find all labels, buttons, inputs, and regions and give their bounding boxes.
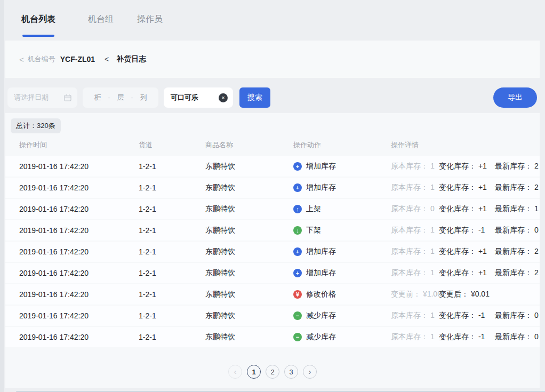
filter-bar: 请选择日期 柜 - 层 - 列 可口可乐 × 搜索 导出: [7, 87, 537, 108]
cell-lane: 1-2-1: [139, 290, 205, 299]
breadcrumb-machine-label: 机台编号: [28, 54, 55, 64]
tab-machine-list[interactable]: 机台列表: [21, 14, 55, 39]
lane-input[interactable]: 柜 - 层 - 列: [83, 87, 158, 108]
detail-item: 原本库存： 1: [391, 226, 439, 235]
cell-details: 原本库存： 1变化库存： -1最新库存： 0: [391, 226, 540, 235]
detail-item: 原本库存： 0: [391, 204, 439, 214]
tab-label: 机台列表: [21, 14, 55, 23]
yen-circle-icon: ¥: [293, 290, 302, 299]
cell-product: 东鹏特饮: [205, 311, 293, 321]
lane-column-placeholder: 列: [140, 93, 147, 102]
date-placeholder: 请选择日期: [14, 93, 49, 102]
detail-item: 原本库存： 1: [391, 311, 439, 321]
cell-action-label: 下架: [306, 226, 321, 235]
arrow-down-circle-icon: ↓: [293, 226, 302, 235]
cell-time: 2019-01-16 17:42:20: [19, 183, 139, 192]
detail-item: 最新库存： 2: [495, 268, 540, 278]
pagination-page-1[interactable]: 1: [247, 365, 261, 379]
cell-lane: 1-2-1: [139, 226, 205, 235]
lane-layer-placeholder: 层: [117, 93, 124, 102]
table-row: 2019-01-16 17:42:20 1-2-1 东鹏特饮 + 增加库存 原本…: [5, 242, 540, 262]
detail-item: 最新库存： 1: [495, 204, 540, 214]
table-row: 2019-01-16 17:42:20 1-2-1 东鹏特饮 + 增加库存 原本…: [5, 156, 540, 177]
cell-product: 东鹏特饮: [205, 226, 293, 235]
detail-item: 变化库存： -1: [439, 226, 495, 235]
page: { "colors": { "blue": "#3A6BE0", "green"…: [0, 0, 545, 392]
cell-product: 东鹏特饮: [205, 183, 293, 193]
cell-time: 2019-01-16 17:42:20: [19, 333, 139, 341]
table-row: 2019-01-16 17:42:20 1-2-1 东鹏特饮 − 减少库存 原本…: [5, 306, 540, 326]
detail-item: 最新库存： 2: [495, 247, 540, 257]
pagination-page-2[interactable]: 2: [266, 365, 279, 379]
tab-bar: 机台列表 机台组 操作员: [0, 0, 545, 41]
cell-action: − 减少库存: [293, 311, 391, 321]
cell-action: − 减少库存: [293, 332, 391, 342]
pagination-page-3[interactable]: 3: [284, 365, 298, 379]
cell-product: 东鹏特饮: [205, 204, 293, 214]
header-details: 操作详情: [391, 140, 540, 150]
arrow-up-circle-icon: ↑: [293, 205, 302, 213]
back-chevron-icon[interactable]: <: [19, 55, 24, 64]
search-button[interactable]: 搜索: [239, 87, 270, 108]
cell-action: ↑ 上架: [293, 204, 391, 214]
cell-lane: 1-2-1: [139, 205, 205, 213]
cell-time: 2019-01-16 17:42:20: [19, 162, 139, 171]
lane-dash: -: [108, 94, 110, 101]
cell-lane: 1-2-1: [139, 333, 205, 341]
cell-time: 2019-01-16 17:42:20: [19, 247, 139, 256]
cell-action-label: 减少库存: [306, 332, 336, 342]
clear-search-icon[interactable]: ×: [219, 93, 228, 102]
detail-item: 原本库存： 1: [391, 183, 439, 193]
pagination-prev-icon[interactable]: ‹: [228, 365, 242, 379]
minus-circle-icon: −: [293, 333, 302, 341]
cell-details: 原本库存： 1变化库存： +1最新库存： 2: [391, 268, 540, 278]
cell-time: 2019-01-16 17:42:20: [19, 226, 139, 235]
cell-action: ↓ 下架: [293, 226, 391, 235]
cell-action-label: 上架: [306, 204, 321, 214]
breadcrumb-page-title: 补货日志: [116, 54, 146, 64]
cell-details: 变更前： ¥1.00变更后： ¥0.01: [391, 290, 540, 299]
plus-circle-icon: +: [293, 247, 302, 256]
log-table-card: 总计：320条 操作时间 货道 商品名称 操作动作 操作详情 2019-01-1…: [5, 113, 540, 388]
minus-circle-icon: −: [293, 311, 302, 320]
cell-action-label: 增加库存: [306, 247, 336, 257]
cell-lane: 1-2-1: [139, 311, 205, 320]
cell-action-label: 增加库存: [306, 183, 336, 193]
detail-item: 变化库存： +1: [439, 183, 495, 193]
date-picker-input[interactable]: 请选择日期: [7, 87, 77, 108]
plus-circle-icon: +: [293, 269, 302, 277]
export-button[interactable]: 导出: [493, 87, 537, 108]
pagination: ‹123›: [5, 365, 540, 379]
table-row: 2019-01-16 17:42:20 1-2-1 东鹏特饮 ¥ 修改价格 变更…: [5, 284, 540, 305]
cell-product: 东鹏特饮: [205, 162, 293, 171]
cell-action: + 增加库存: [293, 268, 391, 278]
cell-action: + 增加库存: [293, 183, 391, 193]
cell-action-label: 增加库存: [306, 268, 336, 278]
cell-lane: 1-2-1: [139, 247, 205, 256]
detail-item: 原本库存： 1: [391, 332, 439, 342]
cell-lane: 1-2-1: [139, 183, 205, 192]
detail-item: 变化库存： +1: [439, 247, 495, 257]
detail-item: 变更前： ¥1.00: [391, 290, 439, 299]
detail-item: 变化库存： -1: [439, 332, 495, 342]
cell-product: 东鹏特饮: [205, 332, 293, 342]
detail-item: 最新库存： 2: [495, 162, 540, 171]
cell-time: 2019-01-16 17:42:20: [19, 311, 139, 320]
calendar-icon: [64, 94, 71, 101]
cell-action-label: 减少库存: [306, 311, 336, 321]
lane-cabinet-placeholder: 柜: [94, 93, 101, 102]
header-operation-time: 操作时间: [19, 140, 139, 150]
pagination-next-icon[interactable]: ›: [303, 365, 317, 379]
tab-machine-group[interactable]: 机台组: [88, 14, 114, 39]
cell-time: 2019-01-16 17:42:20: [19, 269, 139, 277]
cell-time: 2019-01-16 17:42:20: [19, 205, 139, 213]
product-search-input[interactable]: 可口可乐 ×: [164, 87, 233, 108]
tab-operator[interactable]: 操作员: [137, 14, 163, 39]
detail-item: 原本库存： 1: [391, 247, 439, 257]
cell-time: 2019-01-16 17:42:20: [19, 290, 139, 299]
detail-item: 变化库存： -1: [439, 311, 495, 321]
detail-item: 变化库存： +1: [439, 204, 495, 214]
cell-details: 原本库存： 0变化库存： +1最新库存： 1: [391, 204, 540, 214]
cell-details: 原本库存： 1变化库存： +1最新库存： 2: [391, 247, 540, 257]
table-body: 2019-01-16 17:42:20 1-2-1 东鹏特饮 + 增加库存 原本…: [5, 156, 540, 347]
